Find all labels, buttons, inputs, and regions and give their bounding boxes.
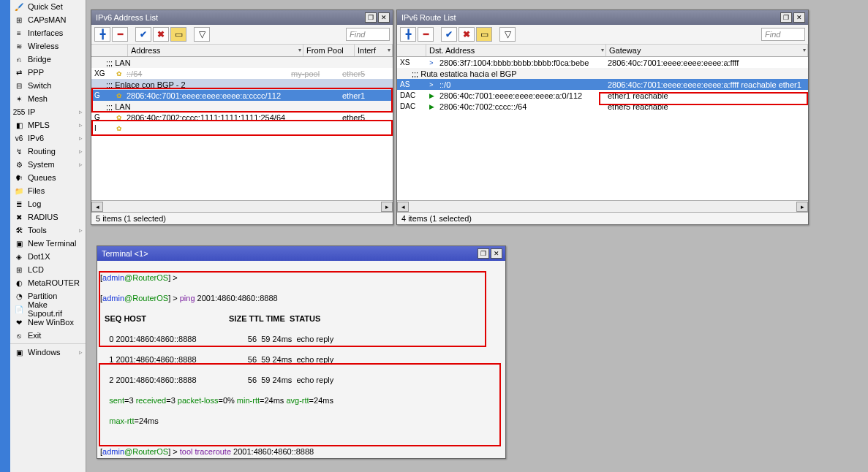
col-flag[interactable] (397, 45, 426, 56)
sidebar-item-capsman[interactable]: ⊞CAPsMAN (10, 13, 86, 26)
window-titlebar[interactable]: Terminal <1> ❐ ✕ (97, 246, 505, 261)
sidebar-item-windows[interactable]: ▣Windows▹ (10, 346, 86, 359)
remove-button[interactable]: ━ (112, 27, 128, 42)
col-dst[interactable]: Dst. Address▾ (426, 45, 606, 56)
enable-button[interactable]: ✔ (441, 27, 457, 42)
sidebar-label: New WinBox (28, 318, 83, 327)
sidebar-label: Routing (28, 147, 79, 156)
grid-body[interactable]: ;;; LANXG✿::/64my-poolether5;;; Enlace c… (91, 57, 393, 200)
window-titlebar[interactable]: IPv6 Address List ❐ ✕ (91, 10, 393, 25)
sidebar-item-metarouter[interactable]: ◐MetaROUTER (10, 276, 86, 289)
sidebar-icon: ✶ (13, 93, 25, 104)
sidebar-item-quick-set[interactable]: 🖌️Quick Set (10, 0, 86, 13)
route-row[interactable]: DAC▶2806:40c:7002:cccc::/64ether5 reacha… (397, 101, 808, 112)
comment-row[interactable]: ;;; Enlace con BGP - 2 (91, 79, 393, 90)
window-titlebar[interactable]: IPv6 Route List ❐ ✕ (397, 10, 808, 25)
scroll-right-icon[interactable]: ▸ (381, 202, 393, 212)
sidebar-item-new-terminal[interactable]: ▣New Terminal (10, 237, 86, 250)
col-flag[interactable] (91, 45, 128, 56)
close-button[interactable]: ✕ (491, 248, 502, 259)
chevron-right-icon: ▹ (79, 227, 83, 234)
disable-button[interactable]: ✖ (153, 27, 169, 42)
find-input[interactable]: Find (761, 28, 805, 41)
sidebar-label: System (28, 160, 79, 169)
add-button[interactable]: ╋ (94, 27, 110, 42)
grid-body[interactable]: XS>2806:3f7:1004:bbbb:bbbb:bbbb:f0ca:beb… (397, 57, 808, 200)
comment-button[interactable]: ▭ (476, 27, 492, 42)
row-dst: ::/0 (437, 80, 605, 89)
toolbar: ╋ ━ ✔ ✖ ▭ ▽ Find (397, 25, 808, 45)
route-icon: ▶ (426, 92, 437, 99)
address-row[interactable]: XG✿::/64my-poolether5 (91, 68, 393, 79)
sidebar-item-lcd[interactable]: ⊞LCD (10, 263, 86, 276)
remove-button[interactable]: ━ (418, 27, 434, 42)
col-interface[interactable]: Interf▾ (355, 45, 393, 56)
sidebar-icon: ⎌ (13, 53, 25, 65)
comment-row[interactable]: ;;; LAN (91, 57, 393, 68)
status-bar: 4 items (1 selected) (397, 212, 808, 224)
address-icon: ✿ (113, 70, 124, 77)
sidebar-item-mesh[interactable]: ✶Mesh (10, 92, 86, 105)
address-row[interactable]: I✿ (91, 123, 393, 134)
scrollbar-horizontal[interactable]: ◂ ▸ (397, 200, 808, 212)
scroll-left-icon[interactable]: ◂ (91, 202, 103, 212)
address-row[interactable]: G✿2806:40c:7001:eeee:eeee:eeee:a:cccc/11… (91, 90, 393, 101)
add-button[interactable]: ╋ (400, 27, 416, 42)
sidebar-item-tools[interactable]: 🛠Tools▹ (10, 224, 86, 237)
enable-button[interactable]: ✔ (135, 27, 151, 42)
close-button[interactable]: ✕ (378, 12, 390, 23)
sidebar-item-mpls[interactable]: ◧MPLS▹ (10, 118, 86, 132)
col-gateway[interactable]: Gateway▾ (606, 45, 808, 56)
address-icon: ✿ (113, 114, 124, 121)
sidebar-item-ppp[interactable]: ⇄PPP (10, 66, 86, 79)
sidebar-icon: ↯ (13, 145, 25, 157)
scroll-left-icon[interactable]: ◂ (397, 202, 409, 212)
sidebar-item-routing[interactable]: ↯Routing▹ (10, 145, 86, 158)
row-tag: AS (397, 80, 426, 88)
terminal-output[interactable]: [admin@RouterOS] > [admin@RouterOS] > pi… (97, 261, 505, 458)
scroll-right-icon[interactable]: ▸ (796, 202, 808, 212)
col-from-pool[interactable]: From Pool (303, 45, 355, 56)
sidebar-item-make-supout-rif[interactable]: 📄Make Supout.rif (10, 302, 86, 316)
address-row[interactable]: G✿2806:40c:7002:cccc:1111:1111:1111:254/… (91, 112, 393, 123)
sidebar-item-wireless[interactable]: ≋Wireless (10, 39, 86, 53)
sidebar-item-switch[interactable]: ⊟Switch (10, 79, 86, 92)
sidebar-icon: ≡ (13, 27, 25, 39)
comment-row[interactable]: ;;; LAN (91, 101, 393, 112)
sidebar-icon: ≣ (13, 198, 25, 210)
term-line: [admin@RouterOS] > (100, 273, 502, 283)
sidebar-item-bridge[interactable]: ⎌Bridge (10, 53, 86, 66)
find-input[interactable]: Find (346, 28, 390, 41)
sidebar-item-interfaces[interactable]: ≡Interfaces (10, 26, 86, 39)
restore-button[interactable]: ❐ (478, 248, 489, 259)
sidebar-item-log[interactable]: ≣Log (10, 197, 86, 210)
restore-button[interactable]: ❐ (780, 12, 792, 23)
close-button[interactable]: ✕ (793, 12, 805, 23)
row-tag: G (91, 91, 113, 99)
sidebar-item-files[interactable]: 📁Files (10, 184, 86, 197)
sidebar-label: New Terminal (28, 239, 83, 248)
windows-icon: ▣ (13, 346, 25, 358)
route-row[interactable]: XS>2806:3f7:1004:bbbb:bbbb:bbbb:f0ca:beb… (397, 57, 808, 68)
route-row[interactable]: DAC▶2806:40c:7001:eeee:eeee:eeee:a:0/112… (397, 90, 808, 101)
restore-button[interactable]: ❐ (365, 12, 377, 23)
route-row[interactable]: AS>::/02806:40c:7001:eeee:eeee:eeee:a:ff… (397, 79, 808, 90)
col-address[interactable]: Address▾ (128, 45, 303, 56)
term-line: 2 2001:4860:4860::8888 56 59 24ms echo r… (100, 375, 502, 385)
filter-button[interactable]: ▽ (499, 27, 516, 42)
scrollbar-horizontal[interactable]: ◂ ▸ (91, 200, 393, 212)
comment-button[interactable]: ▭ (170, 27, 186, 42)
sidebar-item-radius[interactable]: ✖RADIUS (10, 210, 86, 224)
sidebar-item-dot1x[interactable]: ◈Dot1X (10, 250, 86, 263)
comment-row[interactable]: ;;; Ruta estatica hacia el BGP (397, 68, 808, 79)
sidebar-item-ip[interactable]: 255IP▹ (10, 105, 86, 118)
disable-button[interactable]: ✖ (458, 27, 475, 42)
sidebar-item-system[interactable]: ⚙System▹ (10, 158, 86, 171)
sidebar-label: Partition (28, 292, 83, 300)
sidebar-item-exit[interactable]: ⎋Exit (10, 329, 86, 342)
sidebar-item-ipv6[interactable]: v6IPv6▹ (10, 132, 86, 145)
filter-button[interactable]: ▽ (194, 27, 210, 42)
sidebar-item-new-winbox[interactable]: ❤New WinBox (10, 316, 86, 329)
sidebar-item-queues[interactable]: 🗣Queues (10, 171, 86, 184)
route-icon: > (426, 81, 437, 88)
